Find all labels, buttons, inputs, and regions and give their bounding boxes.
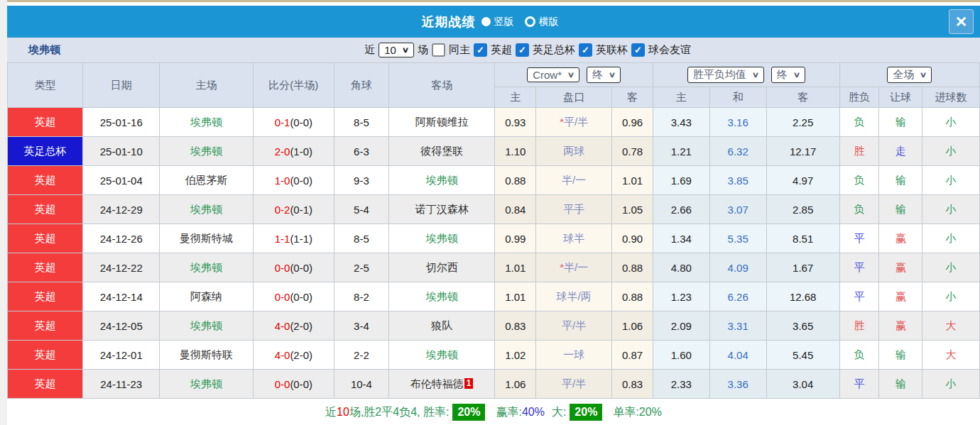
league-checkbox-facup[interactable] (516, 43, 529, 57)
league-checkbox-premier[interactable] (474, 43, 487, 57)
handicap-result-cell: 输 (879, 195, 922, 224)
table-row: 英超 24-12-29 埃弗顿 0-2(0-1) 5-4 诺丁汉森林 0.84 … (8, 195, 980, 224)
corner-cell: 2-2 (334, 341, 388, 370)
col-header-corner: 角球 (334, 63, 388, 108)
result-cell: 平 (839, 253, 879, 282)
avg-home-odds: 1.60 (653, 341, 709, 370)
subcol-avg-home: 主 (653, 87, 709, 108)
single-value: 20% (639, 406, 662, 419)
league-checkbox-friendly[interactable] (631, 43, 645, 57)
crow-home-odds: 1.01 (495, 282, 536, 311)
horizontal-radio-icon[interactable] (525, 16, 535, 27)
bookmaker-select[interactable]: Crow*∨ (527, 67, 579, 82)
handicap-result-cell: 走 (879, 137, 922, 166)
same-home-checkbox[interactable] (432, 43, 445, 57)
table-row: 英超 24-12-14 阿森纳 0-0(0-0) 8-2 埃弗顿 1.01 球半… (8, 282, 980, 311)
crow-home-odds: 0.99 (495, 224, 536, 253)
avg-home-odds: 4.80 (653, 253, 709, 282)
result-cell: 负 (839, 341, 879, 370)
odds-time-select-2[interactable]: 终∨ (771, 67, 805, 83)
avg-draw-odds: 6.32 (709, 137, 766, 166)
chevron-down-icon: ∨ (402, 45, 409, 55)
avg-away-odds: 1.67 (766, 253, 839, 282)
league-label-eflcup: 英联杯 (596, 43, 628, 57)
chevron-down-icon: ∨ (793, 70, 800, 79)
league-badge: 英足总杯 (8, 137, 83, 166)
table-row: 英超 25-01-16 埃弗顿 0-1(0-0) 8-5 阿斯顿维拉 0.93 … (8, 108, 980, 137)
avg-away-odds: 3.04 (766, 370, 839, 399)
handicap-line: 球半 (536, 224, 612, 253)
corner-cell: 3-4 (334, 311, 388, 341)
avg-away-odds: 4.97 (766, 166, 839, 195)
avg-home-odds: 1.23 (653, 282, 709, 311)
near-label: 近 (364, 43, 375, 57)
crow-away-odds: 1.01 (612, 166, 653, 195)
header-row-selects: 类型 日期 主场 比分(半场) 角球 客场 Crow*∨ 终∨ 胜平负均值∨ 终… (8, 63, 980, 87)
odds-time-select-1[interactable]: 终∨ (587, 67, 621, 83)
horizontal-radio-label[interactable]: 横版 (539, 16, 559, 28)
win-rate-badge: 20% (452, 404, 485, 421)
crow-home-odds: 1.06 (495, 370, 536, 399)
league-badge: 英超 (8, 108, 83, 137)
col-header-home: 主场 (160, 63, 253, 108)
goals-cell: 小 (922, 224, 979, 253)
home-team: 曼彻斯特联 (160, 341, 253, 370)
league-badge: 英超 (8, 166, 83, 195)
handicap-line: 平/半 (536, 311, 612, 341)
handicap-result-cell: 输 (879, 341, 922, 370)
chevron-down-icon: ∨ (752, 70, 759, 79)
chevron-down-icon: ∨ (567, 70, 575, 79)
handicap-line: 一球 (536, 341, 612, 370)
goals-cell: 大 (922, 341, 979, 370)
away-team: 布伦特福德1 (388, 370, 495, 399)
crow-away-odds: 0.78 (612, 137, 653, 166)
goals-cell: 小 (922, 370, 979, 399)
table-row: 英超 24-12-26 曼彻斯特城 1-1(1-1) 8-5 埃弗顿 0.99 … (8, 224, 980, 253)
goals-cell: 小 (922, 137, 979, 166)
handicap-result-cell: 赢 (879, 253, 922, 282)
avg-away-odds: 8.51 (766, 224, 839, 253)
subcol-goals: 进球数 (922, 87, 979, 108)
vertical-radio-selected-icon[interactable] (481, 17, 491, 26)
match-date: 25-01-04 (83, 166, 160, 195)
filter-controls: 近 10∨ 场 同主 英超 英足总杯 英联杯 球会友谊 (364, 43, 691, 57)
score-cell: 2-0(1-0) (253, 137, 334, 166)
handicap-result-cell: 赢 (879, 224, 922, 253)
league-badge: 英超 (8, 253, 83, 282)
match-date: 24-12-26 (83, 224, 160, 253)
vertical-radio-label[interactable]: 竖版 (494, 16, 514, 28)
handicap-result-cell: 输 (879, 370, 922, 399)
result-cell: 负 (839, 195, 879, 224)
result-cell: 负 (839, 166, 879, 195)
avg-away-odds: 2.85 (766, 195, 839, 224)
score-cell: 4-0(2-0) (253, 311, 334, 341)
avg-away-odds: 3.65 (766, 311, 839, 341)
match-count-select[interactable]: 10∨ (379, 43, 414, 57)
home-team: 埃弗顿 (160, 195, 253, 224)
col-header-date: 日期 (83, 63, 160, 108)
scope-select[interactable]: 全场∨ (887, 67, 932, 83)
summary-footer: 近10场,胜2平4负4, 胜率: 20% 赢率:40% 大: 20% 单率:20… (7, 399, 980, 425)
handicap-line: 球半/两 (536, 282, 612, 311)
big-label: 大: (552, 405, 566, 420)
crow-home-odds: 1.10 (495, 137, 536, 166)
away-team: 埃弗顿 (388, 282, 495, 311)
league-badge: 英超 (8, 224, 83, 253)
crow-away-odds: 0.96 (612, 108, 653, 137)
handicap-result-cell: 输 (879, 108, 922, 137)
home-team: 埃弗顿 (160, 311, 253, 341)
away-team: 彼得堡联 (388, 137, 495, 166)
single-label: 单率: (613, 405, 638, 420)
avg-odds-select[interactable]: 胜平负均值∨ (687, 67, 764, 83)
home-team: 埃弗顿 (160, 370, 253, 399)
recent-label: 近 (325, 405, 337, 420)
score-cell: 4-0(2-0) (253, 341, 334, 370)
close-icon[interactable]: ✕ (949, 9, 974, 34)
league-checkbox-eflcup[interactable] (579, 43, 592, 57)
home-team: 伯恩茅斯 (160, 166, 253, 195)
handicap-result-cell: 赢 (879, 311, 922, 341)
handicap-result-cell: 赢 (879, 282, 922, 311)
match-date: 24-12-29 (83, 195, 160, 224)
away-team: 诺丁汉森林 (388, 195, 495, 224)
corner-cell: 10-4 (334, 370, 388, 399)
